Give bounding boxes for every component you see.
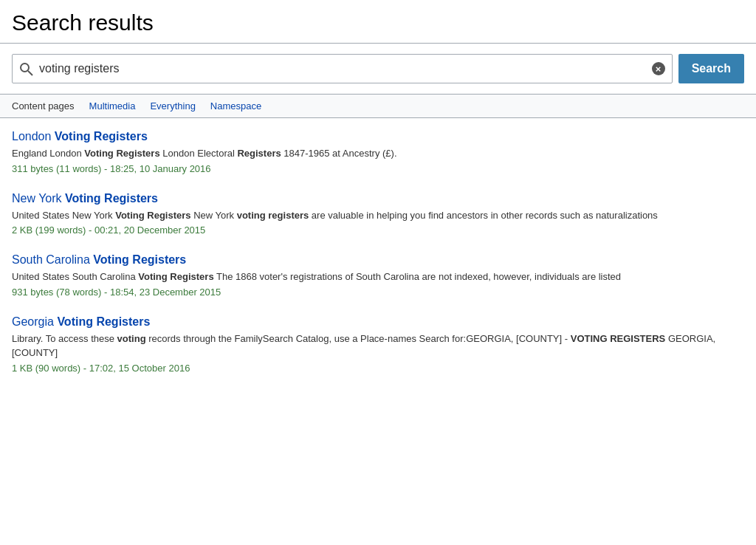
result-title: London Voting Registers — [12, 130, 744, 143]
tab-content-pages[interactable]: Content pages — [12, 100, 75, 112]
result-item: South Carolina Voting Registers United S… — [12, 253, 744, 298]
result-title-normal: New York — [12, 192, 65, 205]
result-snippet: England London Voting Registers London E… — [12, 146, 744, 161]
result-title-bold: Voting Registers — [57, 315, 150, 328]
search-input-wrapper: × — [12, 54, 673, 83]
result-title: Georgia Voting Registers — [12, 315, 744, 329]
result-item: London Voting Registers England London V… — [12, 130, 744, 174]
result-meta: 311 bytes (11 words) - 18:25, 10 January… — [12, 163, 744, 174]
result-link[interactable]: South Carolina Voting Registers — [12, 253, 186, 266]
search-button[interactable]: Search — [678, 54, 744, 83]
result-title: South Carolina Voting Registers — [12, 253, 744, 267]
result-meta: 2 KB (199 words) - 00:21, 20 December 20… — [12, 224, 744, 236]
clear-search-button[interactable]: × — [651, 61, 666, 76]
result-link[interactable]: New York Voting Registers — [12, 192, 158, 205]
filter-tabs-bar: Content pages Multimedia Everything Name… — [0, 95, 756, 118]
result-title-bold: Voting Registers — [93, 253, 186, 266]
result-title-normal: London — [12, 130, 55, 143]
search-icon — [18, 61, 33, 76]
tab-multimedia[interactable]: Multimedia — [89, 100, 136, 112]
search-input[interactable] — [33, 62, 651, 75]
results-area: London Voting Registers England London V… — [0, 118, 756, 403]
result-title-normal: Georgia — [12, 315, 57, 328]
clear-icon: × — [652, 62, 665, 75]
result-meta: 931 bytes (78 words) - 18:54, 23 Decembe… — [12, 287, 744, 298]
svg-line-1 — [28, 71, 32, 75]
result-link[interactable]: London Voting Registers — [12, 130, 148, 143]
result-snippet: United States South Carolina Voting Regi… — [12, 270, 744, 284]
result-meta: 1 KB (90 words) - 17:02, 15 October 2016 — [12, 363, 744, 374]
result-item: Georgia Voting Registers Library. To acc… — [12, 315, 744, 374]
svg-point-0 — [21, 64, 29, 72]
result-title: New York Voting Registers — [12, 192, 744, 205]
result-snippet: Library. To access these voting records … — [12, 332, 744, 360]
tab-namespace[interactable]: Namespace — [210, 100, 261, 112]
result-snippet: United States New York Voting Registers … — [12, 208, 744, 223]
result-title-normal: South Carolina — [12, 253, 93, 266]
result-link[interactable]: Georgia Voting Registers — [12, 315, 150, 328]
result-title-bold: Voting Registers — [65, 192, 158, 205]
result-title-bold: Voting Registers — [55, 130, 148, 143]
search-bar: × Search — [0, 44, 756, 95]
tab-everything[interactable]: Everything — [150, 100, 195, 112]
result-item: New York Voting Registers United States … — [12, 192, 744, 236]
page-title: Search results — [0, 0, 756, 44]
